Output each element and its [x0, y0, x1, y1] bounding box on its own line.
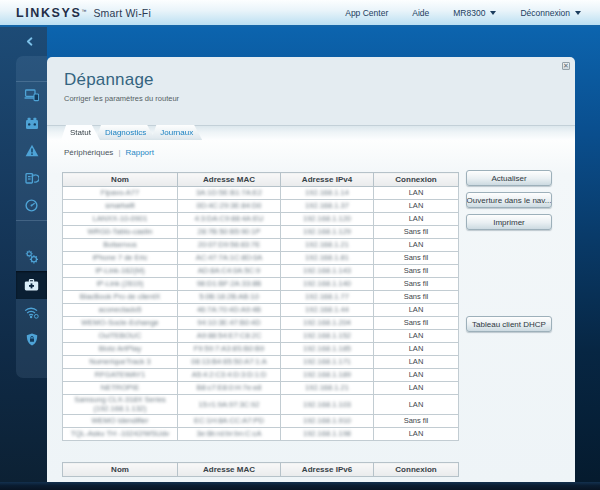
nav-deconnexion[interactable]: Déconnexion [520, 8, 581, 18]
subnav-separator: | [118, 148, 120, 157]
sub-navigation: Périphériques|Rapport [64, 148, 154, 157]
page-title: Dépannage [64, 70, 575, 90]
actualiser-button[interactable]: Actualiser [466, 170, 552, 186]
device-ipv4-cell: 192.168.1.44 [281, 304, 374, 317]
device-name-cell: WEMO Idendifier [63, 414, 178, 427]
device-mac-cell: 0D:4C:29:3E:84:D0 [178, 200, 281, 213]
sidebar-item-troubleshooting[interactable] [16, 271, 47, 299]
chevron-down-icon [490, 11, 496, 15]
device-ipv4-cell: 192.168.1.120 [281, 213, 374, 226]
media-prioritization-icon [25, 172, 39, 185]
device-row: TQL-Asku TH -10242/WSUdv 3e:6b:rd:br:bn:… [63, 427, 459, 440]
sidebar-item-wireless[interactable] [16, 299, 47, 327]
device-name-cell: IP-Link-162(M) [63, 265, 178, 278]
device-mac-cell: A9:88:54:E7:C8:2C [178, 330, 281, 343]
device-row: NumeriqueTrack 3 08:13:B4:65:50:A7:1:A 1… [63, 356, 459, 369]
device-name-cell: Fipavo-A77 [63, 187, 178, 200]
device-connection-cell: LAN [374, 395, 459, 415]
brand-product: Smart Wi-Fi [93, 7, 151, 19]
device-mac-cell: AD:8A:C4:0A:5C:9 [178, 265, 281, 278]
troubleshooting-panel: ✕ Dépannage Corriger les paramètres du r… [47, 57, 575, 482]
device-mac-cell: 15:r1:9A:97:3C:92 [178, 395, 281, 415]
sidebar-item-security[interactable] [16, 326, 47, 354]
device-ipv4-cell: 192.168.1.143 [281, 265, 374, 278]
column-header-connexion: Connexion [374, 463, 459, 477]
statut-tab-content: Périphériques|Rapport Nom Adresse MAC Ad… [47, 140, 575, 482]
device-row: smartwifi 0D:4C:29:3E:84:D0 192.168.1.37… [63, 200, 459, 213]
device-row: WEMO Idendifier EC:1H:8A:CC:A7:PD 192.16… [63, 414, 459, 427]
device-row: Samsung CLX-318X Series (192.168.1.132) … [63, 395, 459, 415]
device-name-cell: Botservus [63, 239, 178, 252]
device-mac-cell: 46:7A:70:4D:A9:4B [178, 304, 281, 317]
close-icon[interactable]: ✕ [562, 62, 570, 70]
device-ipv4-cell: 192.168.1.910 [281, 414, 374, 427]
device-connection-cell: LAN [374, 213, 459, 226]
device-ipv4-cell: 192.168.1.21 [281, 382, 374, 395]
sidebar-item-speed-test[interactable] [16, 192, 47, 220]
device-connection-cell: Sans fil [374, 265, 459, 278]
device-connection-cell: LAN [374, 356, 459, 369]
tray-group-spacer [16, 221, 47, 244]
action-buttons: Actualiser Ouverture dans le nav... Impr… [466, 170, 552, 236]
table-header-row: Nom Adresse MAC Adresse IPv4 Connexion [63, 173, 459, 187]
brand-trademark: ™ [81, 8, 86, 14]
device-table-ipv6: Nom Adresse MAC Adresse IPv6 Connexion [62, 462, 459, 477]
sidebar-item-media-prioritization[interactable] [16, 165, 47, 193]
shield-lock-icon [26, 333, 38, 346]
device-name-cell: IP-Link (2619) [63, 278, 178, 291]
device-row: Botservus 20:07:D9:56:83:7E 192.168.1.21… [63, 239, 459, 252]
tab-diagnostics[interactable]: Diagnostics [96, 125, 155, 140]
subnav-peripheriques[interactable]: Périphériques [64, 148, 113, 157]
table-header-row: Nom Adresse MAC Adresse IPv6 Connexion [63, 463, 459, 477]
column-header-nom: Nom [63, 173, 178, 187]
device-mac-cell: B8:c7:E8:0:H:7e:e8 [178, 382, 281, 395]
device-mac-cell: 08:13:B4:65:50:A7:1:A [178, 356, 281, 369]
speed-test-icon [25, 199, 38, 212]
device-ipv4-cell: 192.168.1.103 [281, 395, 374, 415]
tab-statut[interactable]: Statut [61, 125, 100, 140]
imprimer-button[interactable]: Imprimer [466, 214, 552, 230]
page-subtitle: Corriger les paramètres du routeur [64, 94, 575, 103]
device-ipv4-cell: 192.168.1.77 [281, 291, 374, 304]
sidebar [0, 27, 47, 482]
nav-aide[interactable]: Aide [412, 8, 429, 18]
wifi-icon [24, 306, 39, 319]
device-ipv4-cell: 192.168.1.21 [281, 239, 374, 252]
device-mac-cell: 98:D1:BF:2A:33:8B [178, 278, 281, 291]
tableau-client-dhcp-button[interactable]: Tableau client DHCP [466, 316, 552, 332]
linksys-logo: LINKSYS™ Smart Wi-Fi [0, 6, 151, 20]
device-connection-cell: LAN [374, 382, 459, 395]
device-connection-cell: Sans fil [374, 278, 459, 291]
device-row: IP-Link-162(M) AD:8A:C4:0A:5C:9 192.168.… [63, 265, 459, 278]
device-connection-cell: Sans fil [374, 414, 459, 427]
tab-journaux[interactable]: Journaux [151, 125, 202, 140]
device-connection-cell: LAN [374, 330, 459, 343]
sidebar-item-network-map[interactable] [16, 82, 47, 110]
device-ipv4-cell: 192.168.1.140 [281, 278, 374, 291]
nav-app-center[interactable]: App Center [345, 8, 388, 18]
device-name-cell: OuiTEBOUC [63, 330, 178, 343]
sidebar-item-connectivity[interactable] [16, 244, 47, 272]
device-table-body: Fipavo-A77 3A:1D:5E:B1:7A:E2 192.168.1.1… [63, 187, 459, 441]
troubleshooting-icon [24, 279, 39, 291]
chevron-down-icon [575, 11, 581, 15]
sidebar-item-parental-controls[interactable] [16, 137, 47, 165]
network-map-icon [24, 89, 39, 102]
sidebar-icon-tray [16, 56, 47, 378]
device-ipv4-cell: 192.168.1.204 [281, 317, 374, 330]
nav-router-menu[interactable]: MR8300 [453, 8, 496, 18]
subnav-rapport-link[interactable]: Rapport [125, 148, 153, 157]
device-mac-cell: 94:10:3E:47:B0:4D [178, 317, 281, 330]
ouverture-navigateur-button[interactable]: Ouverture dans le nav... [466, 192, 552, 208]
device-mac-cell: A5:4:2:C3:4:D:3:D:1:D [178, 369, 281, 382]
device-name-cell: LANXX-10-0901 [63, 213, 178, 226]
top-navigation: App Center Aide MR8300 Déconnexion [345, 8, 600, 18]
column-header-mac: Adresse MAC [178, 173, 281, 187]
collapse-sidebar-chevron-icon[interactable] [25, 36, 35, 47]
device-mac-cell: 5:0B:18:2B:AB:10 [178, 291, 281, 304]
device-name-cell: BlacBook Pro de clientX [63, 291, 178, 304]
device-row: LANXX-10-0901 4:3:DA:C9:88:4A:EU 192.168… [63, 213, 459, 226]
device-ipv4-cell: 192.168.1.189 [281, 369, 374, 382]
bottom-edge-strip [0, 482, 600, 490]
sidebar-item-guest-access[interactable] [16, 110, 47, 138]
